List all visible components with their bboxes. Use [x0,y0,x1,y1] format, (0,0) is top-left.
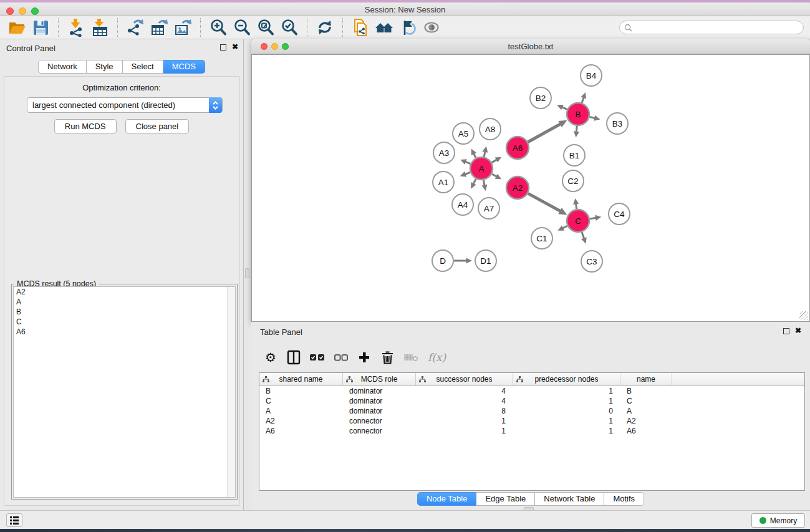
table-tab-edge-table[interactable]: Edge Table [476,492,535,506]
table-cell[interactable]: 4 [416,396,513,406]
graph-edge-C-C2[interactable] [573,198,579,209]
graph-node-B3[interactable]: B3 [607,113,628,134]
graph-edge-C-C4[interactable] [590,215,602,221]
graph-node-B2[interactable]: B2 [530,87,551,109]
table-cell[interactable]: dominator [343,396,416,406]
tab-network[interactable]: Network [38,60,87,74]
eye-icon[interactable] [422,17,441,37]
zoom-out-icon[interactable] [232,17,252,37]
columns-icon[interactable] [287,349,301,365]
zoom-in-icon[interactable] [208,17,228,37]
table-cell[interactable]: A [620,406,672,416]
column-header-shared-name[interactable]: shared name [259,373,343,385]
table-cell[interactable]: A2 [620,416,672,426]
graph-node-C2[interactable]: C2 [562,170,584,191]
table-cell[interactable]: 1 [416,426,513,436]
column-header-MCDS-role[interactable]: MCDS role [343,373,416,385]
table-cell[interactable]: connector [343,416,416,426]
graph-edge-D-D1[interactable] [454,258,472,263]
graph-edge-A-A2[interactable] [492,174,501,180]
graph-node-D[interactable]: D [432,250,453,271]
table-cell[interactable]: 4 [416,386,513,396]
table-cell[interactable]: 1 [513,386,620,396]
graph-node-B1[interactable]: B1 [564,145,585,166]
graph-node-A1[interactable]: A1 [433,172,454,193]
graph-edge-A-A8[interactable] [482,147,488,157]
refresh-icon[interactable] [315,17,335,37]
zoom-selected-icon[interactable] [279,17,299,37]
zoom-fit-icon[interactable] [256,17,276,37]
result-item[interactable]: C [14,317,235,327]
graph-edge-A-A1[interactable] [460,172,470,177]
graph-edge-C-C1[interactable] [557,225,567,230]
graph-edge-A-A7[interactable] [481,180,487,191]
table-row[interactable]: Cdominator41C [259,396,804,406]
close-panel-icon[interactable]: ✖ [232,42,238,51]
graph-edge-A6-B[interactable] [528,120,567,142]
vertical-splitter-grip[interactable] [245,268,249,278]
import-table-icon[interactable] [90,17,110,37]
result-item[interactable]: A [14,297,235,307]
graph-node-A4[interactable]: A4 [452,194,473,215]
graph-edge-A-A3[interactable] [460,159,470,164]
table-row[interactable]: A2connector11A2 [259,416,804,426]
table-cell[interactable]: connector [343,426,416,436]
table-cell[interactable]: C [259,396,343,406]
graph-node-C4[interactable]: C4 [609,203,630,225]
result-item[interactable]: B [14,307,235,317]
export-network-icon[interactable] [125,17,145,37]
graph-edge-A-A5[interactable] [471,149,476,158]
graph-edge-B-B1[interactable] [574,126,579,137]
network-window-titlebar[interactable]: testGlobe.txt [251,39,810,54]
table-cell[interactable]: A6 [620,426,672,436]
result-scrollbar[interactable] [227,287,235,497]
tab-mcds[interactable]: MCDS [163,60,205,74]
task-history-button[interactable] [6,513,22,527]
table-cell[interactable]: B [620,386,672,396]
save-floppy-icon[interactable] [31,17,51,37]
optimization-criterion-select[interactable]: largest connected component (directed) [27,97,223,113]
search-field[interactable] [619,21,804,34]
column-header-name[interactable]: name [620,373,672,385]
column-header-successor-nodes[interactable]: successor nodes [416,373,513,385]
graph-node-C3[interactable]: C3 [581,251,602,272]
window-resize-grip[interactable] [799,311,808,320]
graph-edge-C-C3[interactable] [581,232,587,244]
table-cell[interactable]: 1 [513,426,620,436]
add-icon[interactable] [357,349,371,365]
close-panel-button[interactable]: Close panel [125,119,190,133]
graph-edge-B-B4[interactable] [581,92,586,103]
table-close-panel-icon[interactable]: ✖ [795,326,801,335]
duplicate-network-document-icon[interactable] [350,17,370,37]
result-item[interactable]: A6 [14,327,235,337]
table-cell[interactable]: A2 [259,416,343,426]
home-icon[interactable] [374,17,394,37]
table-tab-network-table[interactable]: Network Table [535,492,604,506]
table-float-panel-icon[interactable] [783,328,789,334]
select-all-checks-icon[interactable] [310,349,325,365]
result-item[interactable]: A2 [14,287,235,297]
graph-edge-A-A6[interactable] [492,157,502,163]
trash-icon[interactable] [380,349,394,365]
float-panel-icon[interactable] [220,44,226,51]
graph-node-C[interactable]: C [567,210,589,232]
table-cell[interactable]: 0 [513,406,620,416]
graph-node-A7[interactable]: A7 [478,198,499,219]
search-input[interactable] [635,23,803,32]
table-cell[interactable]: 1 [513,396,620,406]
table-cell[interactable]: dominator [343,386,416,396]
table-cell[interactable]: C [620,396,672,406]
table-cell[interactable]: 8 [416,406,513,416]
network-canvas[interactable]: B4B2BB3A8A5A6A3B1AC2A1A2A4A7C4CC1C3DD1 [251,54,810,322]
export-table-icon[interactable] [149,17,169,37]
graph-node-A2[interactable]: A2 [506,177,529,199]
table-cell[interactable]: 1 [513,416,620,426]
graph-node-A3[interactable]: A3 [433,142,455,163]
graph-edge-B-B3[interactable] [589,115,600,121]
table-cell[interactable]: B [259,386,343,396]
graph-node-A6[interactable]: A6 [506,137,529,159]
memory-button[interactable]: Memory [751,513,805,528]
table-tab-node-table[interactable]: Node Table [417,492,477,506]
table-tab-motifs[interactable]: Motifs [604,492,644,506]
table-row[interactable]: A6connector11A6 [259,426,804,436]
